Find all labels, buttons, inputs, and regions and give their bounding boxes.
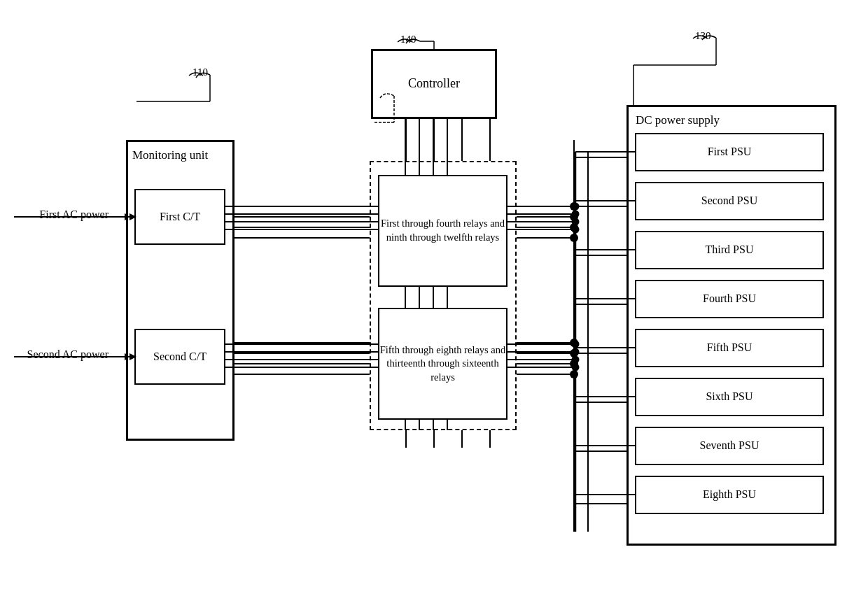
relay-group2-box: Fifth through eighth relays and thirteen…	[378, 308, 507, 420]
svg-point-37	[570, 370, 578, 378]
first-ac-label: First AC power	[14, 208, 108, 221]
svg-point-35	[570, 349, 578, 357]
svg-point-30	[570, 202, 578, 211]
second-ac-label: Second AC power	[14, 348, 108, 361]
monitoring-unit-label: Monitoring unit	[132, 148, 208, 163]
psu7-box: Seventh PSU	[635, 427, 824, 465]
controller-box: Controller	[371, 49, 497, 119]
psu1-box: First PSU	[635, 133, 824, 171]
relay-group1-box: First through fourth relays and ninth th…	[378, 175, 507, 287]
first-ct-box: First C/T	[134, 189, 225, 245]
ref-110: 110	[192, 66, 208, 78]
svg-point-31	[570, 213, 578, 221]
ref-140: 140	[400, 34, 416, 45]
psu6-box: Sixth PSU	[635, 378, 824, 416]
psu2-box: Second PSU	[635, 182, 824, 220]
monitoring-unit-box: Monitoring unit	[126, 140, 234, 441]
psu8-box: Eighth PSU	[635, 476, 824, 514]
psu4-box: Fourth PSU	[635, 280, 824, 318]
diagram: 110 120 130 140 Controller Monitoring un…	[0, 0, 868, 610]
svg-point-32	[570, 223, 578, 232]
svg-point-34	[570, 339, 578, 347]
ref-130: 130	[695, 30, 711, 42]
second-ct-box: Second C/T	[134, 329, 225, 385]
psu3-box: Third PSU	[635, 231, 824, 269]
svg-point-36	[570, 360, 578, 368]
dc-power-supply-label: DC power supply	[636, 113, 720, 128]
psu5-box: Fifth PSU	[635, 329, 824, 367]
svg-point-33	[570, 234, 578, 242]
